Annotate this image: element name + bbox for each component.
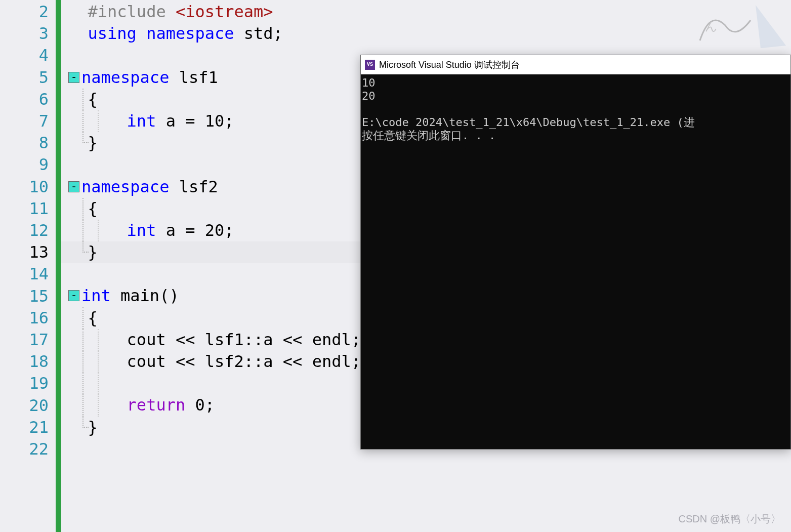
line-number[interactable]: 19 [0, 373, 49, 394]
line-number[interactable]: 9 [0, 154, 49, 176]
code-line[interactable]: #include <iostream> [61, 1, 791, 23]
line-number[interactable]: 21 [0, 417, 49, 438]
line-number[interactable]: 2 [0, 1, 49, 23]
fold-collapse-icon[interactable]: - [68, 72, 79, 83]
line-number[interactable]: 8 [0, 132, 49, 154]
fold-guide [82, 373, 84, 394]
code-text: 0; [185, 395, 215, 415]
keyword: namespace [81, 68, 169, 87]
line-number[interactable]: 7 [0, 110, 49, 132]
brace: { [88, 308, 98, 328]
line-number[interactable]: 11 [0, 198, 49, 220]
debug-console-window[interactable]: VS Microsoft Visual Studio 调试控制台 10 20 E… [360, 55, 791, 449]
background-illustration: ん [690, 0, 791, 55]
fold-guide [82, 329, 84, 351]
line-number[interactable]: 12 [0, 220, 49, 241]
console-titlebar[interactable]: VS Microsoft Visual Studio 调试控制台 [361, 55, 790, 74]
line-number[interactable]: 16 [0, 307, 49, 329]
line-number[interactable]: 14 [0, 263, 49, 285]
keyword: using namespace [88, 24, 234, 43]
fold-guide-end [82, 417, 89, 428]
keyword: namespace [81, 177, 169, 196]
console-line: E:\code 2024\test_1_21\x64\Debug\test_1_… [362, 116, 695, 129]
return-keyword: return [127, 395, 186, 415]
fold-guide [82, 351, 84, 373]
indent [88, 221, 127, 240]
indent-guide [98, 351, 99, 373]
fold-guide-end [82, 132, 89, 143]
code-text: a = 20; [156, 221, 234, 240]
svg-text:ん: ん [705, 20, 718, 34]
line-number[interactable]: 15 [0, 285, 49, 307]
watermark: CSDN @板鸭〈小号〉 [678, 512, 781, 526]
line-number-gutter: 2 3 4 5 6 7 8 9 10 11 12 13 14 15 16 17 … [0, 0, 56, 532]
indent [88, 111, 127, 131]
indent-guide [98, 373, 99, 394]
vs-icon: VS [365, 60, 375, 70]
line-number[interactable]: 3 [0, 23, 49, 45]
code-text: cout << lsf2::a << endl; [88, 352, 361, 371]
type-keyword: int [81, 286, 111, 305]
console-output[interactable]: 10 20 E:\code 2024\test_1_21\x64\Debug\t… [361, 74, 790, 144]
brace: } [88, 242, 98, 262]
fold-guide [82, 394, 84, 416]
line-number[interactable]: 20 [0, 395, 49, 417]
namespace-name: lsf2 [169, 177, 218, 196]
line-number[interactable]: 5 [0, 67, 49, 89]
namespace-name: lsf1 [169, 68, 218, 87]
code-text: cout << lsf1::a << endl; [88, 330, 361, 349]
indent-guide [98, 329, 99, 351]
function-name: main() [111, 286, 179, 305]
fold-guide-end [82, 241, 89, 253]
fold-guide [82, 220, 84, 241]
type-keyword: int [127, 111, 156, 131]
console-line: 按任意键关闭此窗口. . . [362, 129, 495, 142]
preprocessor: #include [88, 2, 176, 21]
brace: { [88, 90, 98, 109]
brace: { [88, 199, 98, 218]
indent-guide [98, 394, 99, 416]
indent-guide [98, 110, 99, 132]
brace: } [88, 418, 98, 437]
type-keyword: int [127, 221, 156, 240]
fold-guide [82, 198, 84, 220]
line-number[interactable]: 4 [0, 45, 49, 66]
line-number[interactable]: 10 [0, 176, 49, 198]
line-number[interactable]: 6 [0, 89, 49, 110]
change-marker-bar [56, 0, 61, 532]
console-line: 10 [362, 76, 376, 89]
line-number[interactable]: 22 [0, 438, 49, 460]
code-text: std; [234, 24, 283, 43]
fold-guide [82, 110, 84, 132]
fold-collapse-icon[interactable]: - [68, 290, 79, 301]
indent-guide [98, 220, 99, 241]
console-line: 20 [362, 90, 376, 102]
code-line[interactable]: using namespace std; [61, 23, 791, 45]
fold-guide [82, 89, 84, 110]
fold-guide [82, 307, 84, 329]
line-number[interactable]: 18 [0, 351, 49, 373]
fold-collapse-icon[interactable]: - [68, 181, 79, 192]
code-text: a = 10; [156, 111, 234, 131]
console-title: Microsoft Visual Studio 调试控制台 [379, 59, 520, 71]
indent [88, 395, 127, 415]
line-number-current[interactable]: 13 [0, 241, 49, 263]
include-header: <iostream> [176, 2, 273, 21]
line-number[interactable]: 17 [0, 329, 49, 351]
brace: } [88, 133, 98, 152]
